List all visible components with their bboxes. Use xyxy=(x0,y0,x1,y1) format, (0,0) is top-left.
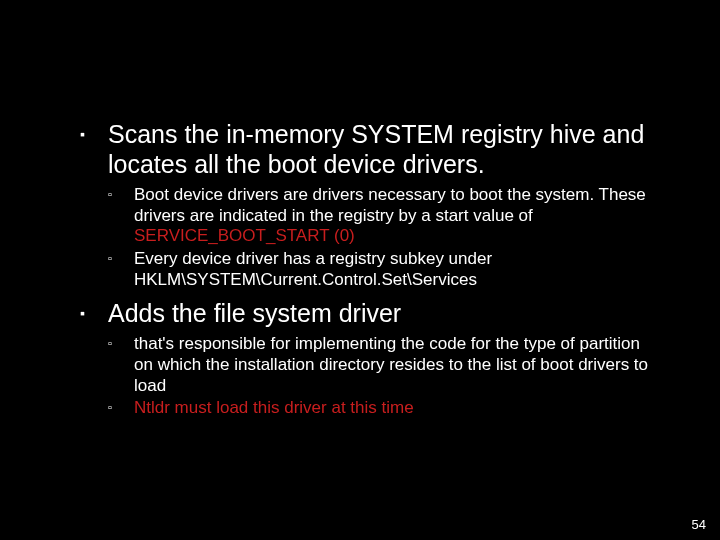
sub-text: Ntldr must load this driver at this time xyxy=(134,398,660,419)
square-bullet-icon: ▪ xyxy=(80,305,85,321)
sub-list: ▫ that's responsible for implementing th… xyxy=(108,334,660,419)
sub-text-prefix: that's responsible for implementing the … xyxy=(134,334,648,394)
sub-item: ▫ Boot device drivers are drivers necess… xyxy=(108,185,660,247)
slide: ▪ Scans the in-memory SYSTEM registry hi… xyxy=(0,0,720,540)
main-item: ▪ Adds the file system driver ▫ that's r… xyxy=(80,299,660,419)
sub-text-red: SERVICE_BOOT_START (0) xyxy=(134,226,355,245)
main-text: Scans the in-memory SYSTEM registry hive… xyxy=(108,120,660,179)
hollow-square-bullet-icon: ▫ xyxy=(108,401,112,413)
main-list: ▪ Scans the in-memory SYSTEM registry hi… xyxy=(80,120,660,419)
sub-text: that's responsible for implementing the … xyxy=(134,334,660,396)
sub-text: Boot device drivers are drivers necessar… xyxy=(134,185,660,247)
main-item: ▪ Scans the in-memory SYSTEM registry hi… xyxy=(80,120,660,291)
hollow-square-bullet-icon: ▫ xyxy=(108,337,112,349)
sub-text-prefix: Boot device drivers are drivers necessar… xyxy=(134,185,646,225)
sub-text-red: Ntldr must load this driver at this time xyxy=(134,398,414,417)
hollow-square-bullet-icon: ▫ xyxy=(108,188,112,200)
sub-item: ▫ that's responsible for implementing th… xyxy=(108,334,660,396)
hollow-square-bullet-icon: ▫ xyxy=(108,252,112,264)
page-number: 54 xyxy=(692,517,706,532)
sub-item: ▫ Every device driver has a registry sub… xyxy=(108,249,660,290)
sub-item: ▫ Ntldr must load this driver at this ti… xyxy=(108,398,660,419)
sub-text-prefix: Every device driver has a registry subke… xyxy=(134,249,492,289)
sub-text: Every device driver has a registry subke… xyxy=(134,249,660,290)
square-bullet-icon: ▪ xyxy=(80,126,85,142)
main-text: Adds the file system driver xyxy=(108,299,660,329)
sub-list: ▫ Boot device drivers are drivers necess… xyxy=(108,185,660,291)
